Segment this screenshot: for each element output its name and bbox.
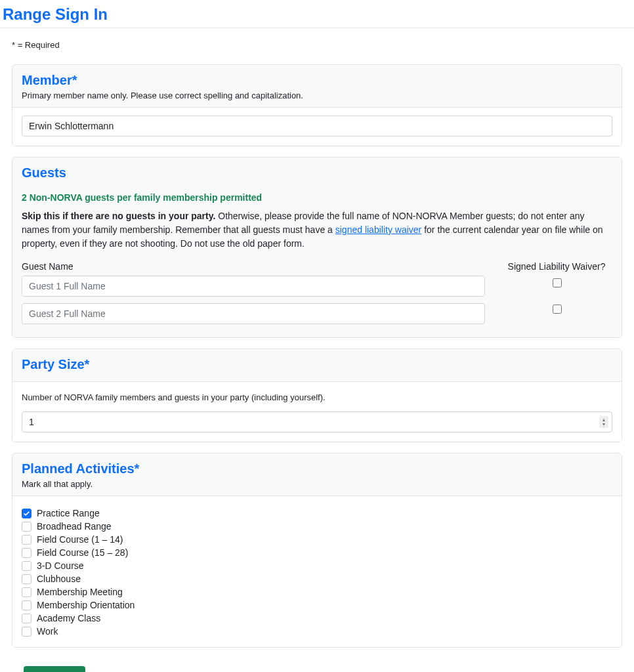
activity-label: Field Course (1 – 14) [37,534,123,545]
member-title: Member* [22,73,612,88]
waiver-label: Signed Liability Waiver? [501,261,612,272]
activity-item: Practice Range [22,507,612,520]
activity-label: Membership Orientation [37,600,135,610]
waiver-link[interactable]: signed liability waiver [335,224,422,235]
activity-checkbox[interactable] [22,509,32,518]
activity-label: Work [37,626,58,637]
activity-label: Membership Meeting [37,587,123,597]
activity-item: Clubhouse [22,572,612,585]
party-size-subtitle: Number of NORVA family members and guest… [22,392,612,402]
activity-checkbox[interactable] [22,548,32,558]
page-title: Range Sign In [3,5,634,24]
activity-checkbox[interactable] [22,627,32,637]
guest-1-waiver-checkbox[interactable] [553,278,562,287]
sign-in-button[interactable]: Sign In [24,666,85,672]
activity-item: Field Course (15 – 28) [22,546,612,559]
activity-checkbox[interactable] [22,614,32,623]
activity-item: Field Course (1 – 14) [22,533,612,546]
activity-item: Work [22,625,612,638]
activity-checkbox[interactable] [22,587,32,597]
guests-card: Guests 2 Non-NORVA guests per family mem… [12,157,622,338]
activity-checkbox[interactable] [22,522,32,532]
party-size-title: Party Size* [22,357,612,372]
activity-label: Field Course (15 – 28) [37,547,128,558]
guest-2-input[interactable] [22,303,485,324]
activity-label: Clubhouse [37,574,81,584]
activity-list: Practice RangeBroadhead RangeField Cours… [22,507,612,638]
guests-skip-bold: Skip this if there are no guests in your… [22,211,215,221]
party-size-card: Party Size* Number of NORVA family membe… [12,348,622,442]
activity-label: Broadhead Range [37,521,112,532]
guests-limit-note: 2 Non-NORVA guests per family membership… [22,192,612,203]
activity-label: Practice Range [37,508,100,518]
activity-checkbox[interactable] [22,535,32,545]
guests-title: Guests [22,165,612,180]
activity-item: 3-D Course [22,559,612,572]
activity-checkbox[interactable] [22,574,32,584]
guests-instructions: Skip this if there are no guests in your… [22,209,612,251]
member-subtitle: Primary member name only. Please use cor… [22,91,612,100]
party-size-input[interactable] [22,411,612,432]
activity-item: Broadhead Range [22,520,612,533]
guest-2-waiver-checkbox[interactable] [553,304,562,314]
member-name-input[interactable] [22,116,612,136]
guest-1-input[interactable] [22,276,485,297]
activity-checkbox[interactable] [22,600,32,610]
activity-label: 3-D Course [37,560,84,571]
activities-title: Planned Activities* [22,461,612,476]
activity-item: Membership Meeting [22,585,612,598]
activity-label: Academy Class [37,613,100,623]
number-stepper-icon[interactable]: ▲▼ [599,416,608,428]
activities-card: Planned Activities* Mark all that apply.… [12,453,622,648]
activity-item: Academy Class [22,612,612,625]
guest-name-label: Guest Name [22,261,485,272]
activity-item: Membership Orientation [22,598,612,612]
required-note: * = Required [12,40,622,50]
activity-checkbox[interactable] [22,561,32,571]
activities-subtitle: Mark all that apply. [22,479,612,489]
member-card: Member* Primary member name only. Please… [12,64,622,146]
